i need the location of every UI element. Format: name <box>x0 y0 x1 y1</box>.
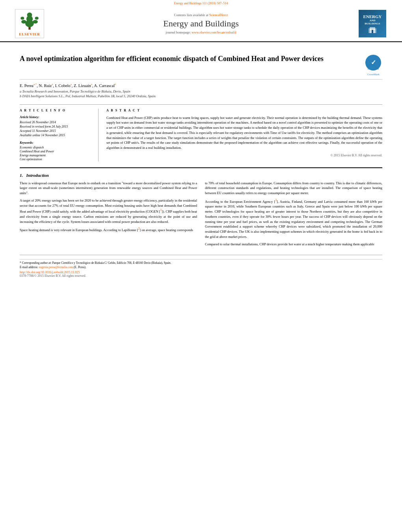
footer-separator <box>20 259 382 260</box>
body-right: to 70% of total household consumption in… <box>205 181 382 249</box>
svg-point-6 <box>20 17 24 20</box>
article-info-header: A R T I C L E I N F O <box>20 109 92 112</box>
elsevier-text: ELSEVIER <box>18 32 41 36</box>
ref-2: 2 <box>138 227 140 230</box>
keyword-2: Combined Heat and Power <box>20 150 92 153</box>
homepage-link[interactable]: www.elsevier.com/locate/enbuild <box>192 30 236 34</box>
authors-section: E. Pereaa,*, N. Ruiza, I. Cobeloa, Z. Li… <box>20 80 382 100</box>
right-para-1: to 70% of total household consumption in… <box>205 181 382 196</box>
elsevier-tree-icon <box>18 11 41 31</box>
intro-para-1: There is widespread consensus that Europ… <box>20 181 197 196</box>
svg-point-3 <box>27 13 32 18</box>
email-link[interactable]: eugenia.perea@tecnalia.com <box>39 265 73 269</box>
email-suffix: (E. Perea). <box>74 265 86 269</box>
body-left: There is widespread consensus that Europ… <box>20 181 197 249</box>
keywords-label: Keywords: <box>20 141 92 145</box>
svg-text:CrossMark: CrossMark <box>367 68 379 70</box>
right-para-2: According to the European Environment Ag… <box>205 198 382 239</box>
logo-and: AND <box>369 19 375 22</box>
affiliation-a: a Tecnalia Research and Innovation, Parq… <box>20 89 382 93</box>
ref-3: 3 <box>275 198 277 202</box>
crossmark-label: CrossMark <box>365 73 382 76</box>
contents-available: Contents lists available at ScienceDirec… <box>55 13 347 17</box>
journal-homepage: journal homepage: www.elsevier.com/locat… <box>55 30 347 34</box>
abstract-header: A B S T R A C T <box>106 109 382 112</box>
email-label: E-mail address: <box>20 265 38 269</box>
right-para-3: Compared to solar thermal installations,… <box>205 242 382 247</box>
right-column: A B S T R A C T Combined Heat and Power … <box>106 109 382 161</box>
journal-top-bar: Energy and Buildings 111 (2016) 507–514 <box>0 0 402 6</box>
doi-link[interactable]: http://dx.doi.org/10.1016/j.enbuild.2015… <box>20 271 382 274</box>
article-title: A novel optimization algorithm for effic… <box>20 54 324 64</box>
elsevier-logo-box: ELSEVIER <box>15 9 44 38</box>
received-date: Received 26 November 2014 <box>20 120 92 124</box>
logo-building-icon <box>367 25 378 33</box>
article-info-abstract: A R T I C L E I N F O Article history: R… <box>20 104 382 161</box>
svg-text:✓: ✓ <box>371 59 376 66</box>
copyright-line: © 2015 Elsevier B.V. All rights reserved… <box>106 154 382 157</box>
abstract-text: Combined Heat and Power (CHP) units prod… <box>106 115 382 150</box>
sciencedirect-link[interactable]: ScienceDirect <box>209 13 228 17</box>
article-title-section: A novel optimization algorithm for effic… <box>20 48 382 80</box>
issn-text: 0378-7788/© 2015 Elsevier B.V. All right… <box>20 274 382 278</box>
left-column: A R T I C L E I N F O Article history: R… <box>20 109 99 161</box>
affiliation-b: b DAIA Intelligent Solutions S.L., Pol, … <box>20 94 382 98</box>
logo-buildings: BUILDINGS <box>365 22 380 25</box>
svg-rect-12 <box>374 29 375 30</box>
intro-para-2: A target of 20% energy savings has been … <box>20 198 197 224</box>
main-content: A novel optimization algorithm for effic… <box>0 42 402 284</box>
body-two-col: There is widespread consensus that Europ… <box>20 181 382 249</box>
available-date: Available online 14 November 2015 <box>20 133 92 137</box>
journal-issue-info: Energy and Buildings 111 (2016) 507–514 <box>174 2 228 5</box>
crossmark-logo: ✓ CrossMark CrossMark <box>365 54 382 76</box>
journal-header: ELSEVIER Contents lists available at Sci… <box>0 6 402 42</box>
body-section: 1. Introduction There is widespread cons… <box>20 167 382 249</box>
journal-center: Contents lists available at ScienceDirec… <box>47 13 355 34</box>
elsevier-logo: ELSEVIER <box>12 9 47 38</box>
journal-logo-box: ENERGY AND BUILDINGS <box>359 10 386 37</box>
journal-title-main: Energy and Buildings <box>55 19 347 29</box>
svg-point-4 <box>21 20 26 24</box>
accepted-date: Accepted 11 November 2015 <box>20 129 92 133</box>
keyword-1: Economic dispatch <box>20 146 92 149</box>
ref-1: 1 <box>160 208 162 212</box>
keyword-3: Energy management <box>20 154 92 157</box>
email-line: E-mail address: eugenia.perea@tecnalia.c… <box>20 265 382 269</box>
keyword-4: Cost optimization <box>20 158 92 161</box>
intro-para-3: Space heating demand is very relevant in… <box>20 226 197 233</box>
footer-area: * Corresponding author at: Parque Cientí… <box>20 255 382 278</box>
history-label: Article history: <box>20 115 92 119</box>
svg-rect-10 <box>372 30 373 33</box>
authors-line: E. Pereaa,*, N. Ruiza, I. Cobeloa, Z. Li… <box>20 83 382 88</box>
journal-logo-right: ENERGY AND BUILDINGS <box>355 10 390 37</box>
svg-point-7 <box>35 17 39 20</box>
keywords-section: Keywords: Economic dispatch Combined Hea… <box>20 141 92 161</box>
svg-rect-11 <box>370 29 371 30</box>
introduction-title: 1. Introduction <box>20 173 382 178</box>
crossmark-icon: ✓ CrossMark <box>365 54 382 72</box>
logo-energy: ENERGY <box>363 14 382 19</box>
corresponding-note: * Corresponding author at: Parque Cientí… <box>20 261 382 265</box>
revised-date: Received in revised form 24 July 2015 <box>20 125 92 128</box>
svg-point-5 <box>33 20 38 24</box>
